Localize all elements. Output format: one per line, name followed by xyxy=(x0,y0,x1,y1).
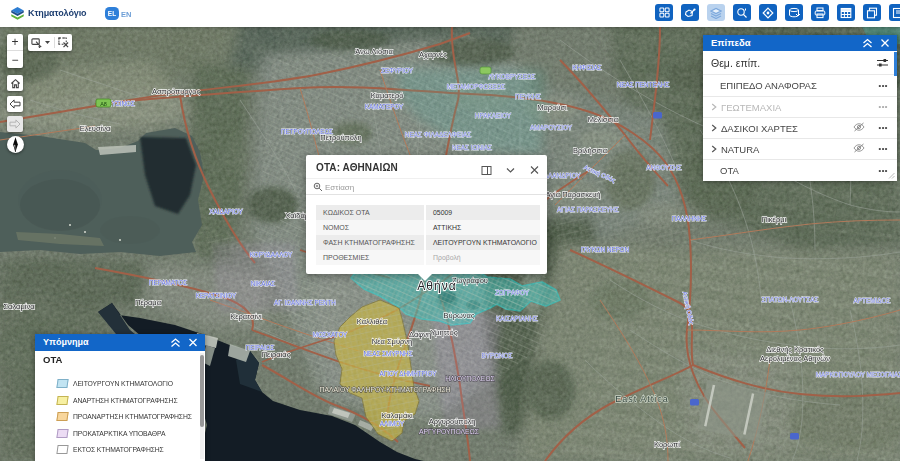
svg-text:Πέραμα: Πέραμα xyxy=(135,298,162,307)
svg-text:ΖΕΦΥΡΙΟΥ: ΖΕΦΥΡΙΟΥ xyxy=(381,67,414,74)
svg-text:ΑΡΓΥΡΟΥΠΟΛΕΩΣ: ΑΡΓΥΡΟΥΠΟΛΕΩΣ xyxy=(419,428,479,435)
svg-text:ΗΛΙΟΥΠΟΛΕΩΣ: ΗΛΙΟΥΠΟΛΕΩΣ xyxy=(445,375,494,382)
svg-text:Αγία Παρασκευή: Αγία Παρασκευή xyxy=(545,190,600,199)
svg-text:Ελευσίνα: Ελευσίνα xyxy=(80,124,111,133)
svg-text:ΝΕΑΣ ΣΜΥΡΝΗΣ: ΝΕΑΣ ΣΜΥΡΝΗΣ xyxy=(363,350,412,357)
svg-text:Διεθνής Κρατικός: Διεθνής Κρατικός xyxy=(766,345,824,354)
svg-text:ΑΡΤΕΜΙΔΟΣ: ΑΡΤΕΜΙΔΟΣ xyxy=(854,297,891,304)
svg-text:Αερολιμένας Αθηνών: Αερολιμένας Αθηνών xyxy=(760,354,830,363)
svg-text:East Attica: East Attica xyxy=(615,394,669,404)
svg-text:Αχαρνές: Αχαρνές xyxy=(419,50,447,59)
svg-text:Αργυρούπολη: Αργυρούπολη xyxy=(429,417,476,426)
svg-text:Υμηττός: Υμηττός xyxy=(431,328,458,337)
svg-text:Κερατσίνι: Κερατσίνι xyxy=(230,312,262,321)
svg-text:ΑΜΑΡΟΥΣΙΟΥ: ΑΜΑΡΟΥΣΙΟΥ xyxy=(530,124,573,131)
svg-text:ΖΩΓΡΑΦΟΥ: ΖΩΓΡΑΦΟΥ xyxy=(495,289,530,296)
svg-text:ΠΕΙΡΑΙΩΣ: ΠΕΙΡΑΙΩΣ xyxy=(246,344,275,351)
svg-text:ΚΗΦΙΣΙΑΣ: ΚΗΦΙΣΙΑΣ xyxy=(572,64,601,71)
svg-text:ΜΕΤΑΜΟΡΦΩΣΕΩΣ: ΜΕΤΑΜΟΡΦΩΣΕΩΣ xyxy=(447,83,506,90)
svg-text:ΠΕΤΡΟΥΠΟΛΕΩΣ: ΠΕΤΡΟΥΠΟΛΕΩΣ xyxy=(281,128,333,135)
svg-text:Πειραιάς: Πειραιάς xyxy=(262,350,291,359)
svg-text:ΛΥΚΟΒΡΥΣΕΩΣ: ΛΥΚΟΒΡΥΣΕΩΣ xyxy=(489,73,536,80)
svg-text:ΗΡΑΚΛΕΙΟΥ: ΗΡΑΚΛΕΙΟΥ xyxy=(475,112,512,119)
svg-text:ΝΙΚΑΙΑΣ: ΝΙΚΑΙΑΣ xyxy=(251,280,276,287)
svg-text:Άνω Λιόσια: Άνω Λιόσια xyxy=(355,47,393,56)
svg-text:Μαρούσι: Μαρούσι xyxy=(537,103,567,112)
svg-text:Καλαμάκι: Καλαμάκι xyxy=(381,411,413,420)
svg-text:ΓΛΥΚΩΝ ΝΕΡΩΝ: ΓΛΥΚΩΝ ΝΕΡΩΝ xyxy=(581,246,630,253)
svg-text:ΑΝΘΟΥΣΗΣ: ΑΝΘΟΥΣΗΣ xyxy=(646,164,681,171)
svg-text:ΝΕΑΣ ΠΕΝΤΕΛΗΣ: ΝΕΑΣ ΠΕΝΤΕΛΗΣ xyxy=(617,81,670,88)
svg-text:ΚΕΡΑΤΣΙΝΙΟΥ: ΚΕΡΑΤΣΙΝΙΟΥ xyxy=(196,292,237,299)
svg-text:Βύρωνας: Βύρωνας xyxy=(444,311,475,320)
svg-text:Πικέρμι: Πικέρμι xyxy=(762,215,787,224)
svg-text:ΑΓ. ΙΩΑΝΝΗΣ ΡΕΝΤΗ: ΑΓ. ΙΩΑΝΝΗΣ ΡΕΝΤΗ xyxy=(274,299,336,306)
svg-text:Βριλήσσια: Βριλήσσια xyxy=(573,146,608,155)
svg-text:ΝΕΑΣ ΦΙΛΑΔΕΛΦΕΙΑΣ: ΝΕΑΣ ΦΙΛΑΔΕΛΦΕΙΑΣ xyxy=(405,131,471,138)
svg-text:Σαλαμίνα: Σαλαμίνα xyxy=(3,302,35,311)
svg-text:ΑΛΙΜΟΥ: ΑΛΙΜΟΥ xyxy=(380,420,405,427)
svg-text:ΠΕΥΚΗΣ: ΠΕΥΚΗΣ xyxy=(515,93,541,100)
svg-text:Νέα Σμύρνη: Νέα Σμύρνη xyxy=(372,337,412,346)
svg-text:ΑΓΙΑΣ ΠΑΡΑΣΚΕΥΗΣ: ΑΓΙΑΣ ΠΑΡΑΣΚΕΥΗΣ xyxy=(557,206,619,213)
svg-text:Ασπρόπυργος: Ασπρόπυργος xyxy=(152,87,201,96)
svg-text:ΑΓΙΟΥ ΔΗΜΗΤΡΙΟΥ: ΑΓΙΟΥ ΔΗΜΗΤΡΙΟΥ xyxy=(380,370,438,377)
svg-text:ΠΕΡΑΜΑΤΟΣ: ΠΕΡΑΜΑΤΟΣ xyxy=(149,279,187,286)
svg-text:Αθήνα: Αθήνα xyxy=(417,279,456,293)
svg-text:Κορωπί: Κορωπί xyxy=(654,440,680,449)
svg-text:Δάφνη: Δάφνη xyxy=(409,330,431,339)
svg-text:ΒΥΡΩΝΟΣ: ΒΥΡΩΝΟΣ xyxy=(481,352,512,359)
svg-text:Ζωγράφου: Ζωγράφου xyxy=(452,276,488,285)
svg-text:ΧΑΙΔΑΡΙΟΥ: ΧΑΙΔΑΡΙΟΥ xyxy=(209,208,243,215)
svg-text:Α8: Α8 xyxy=(100,101,107,107)
svg-text:Μελίσσια: Μελίσσια xyxy=(588,115,619,124)
svg-text:ΚΑΜΑΤΕΡΟΥ: ΚΑΜΑΤΕΡΟΥ xyxy=(365,103,404,110)
svg-text:ΠΑΛΑΙΟΥ ΦΑΛΗΡΟΥ-ΚΤΗΜΑΤΟΓΡΑΦΗΣΗ: ΠΑΛΑΙΟΥ ΦΑΛΗΡΟΥ-ΚΤΗΜΑΤΟΓΡΑΦΗΣΗ xyxy=(320,386,451,393)
svg-text:ΣΠΑΤΩΝ-ΛΟΥΤΣΑΣ: ΣΠΑΤΩΝ-ΛΟΥΤΣΑΣ xyxy=(762,296,819,303)
svg-text:ΚΑΙΣΑΡΙΑΝΗΣ: ΚΑΙΣΑΡΙΑΝΗΣ xyxy=(496,315,538,322)
svg-text:ΠΑΛΛΗΝΗΣ: ΠΑΛΛΗΝΗΣ xyxy=(672,215,707,222)
svg-text:ΜΟΣΧΑΤΟΥ: ΜΟΣΧΑΤΟΥ xyxy=(313,331,348,338)
svg-text:ΜΑΡΚΟΠΟΥΛΟΥ ΜΕΣΟΓΑΙΑΣ: ΜΑΡΚΟΠΟΥΛΟΥ ΜΕΣΟΓΑΙΑΣ xyxy=(816,371,900,378)
svg-text:Καλλιθέα: Καλλιθέα xyxy=(357,317,388,326)
svg-text:Καματερό: Καματερό xyxy=(371,91,404,100)
svg-text:ΝΕΑΣ ΙΩΝΙΑΣ: ΝΕΑΣ ΙΩΝΙΑΣ xyxy=(452,144,492,151)
svg-text:ΚΟΡΥΔΑΛΛΟΥ: ΚΟΡΥΔΑΛΛΟΥ xyxy=(250,251,293,258)
